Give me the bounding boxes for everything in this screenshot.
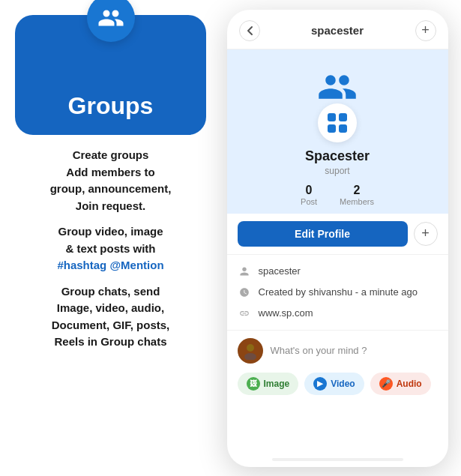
edit-profile-row: Edit Profile + — [227, 214, 448, 255]
profile-banner: Spacester suport 0 Post 2 Members — [227, 49, 448, 214]
edit-profile-button[interactable]: Edit Profile — [238, 221, 408, 247]
info-link-text: www.sp.com — [259, 307, 313, 319]
info-section: spacester Created by shivanshu - a minut… — [227, 255, 448, 331]
profile-name: Spacester — [305, 148, 370, 164]
link-icon — [238, 307, 251, 320]
info-created-text: Created by shivanshu - a minute ago — [259, 286, 418, 298]
video-action-chip[interactable]: ▶ Video — [304, 373, 364, 395]
audio-action-chip[interactable]: 🎤 Audio — [370, 373, 431, 395]
svg-point-1 — [244, 353, 256, 360]
audio-chip-label: Audio — [397, 379, 422, 389]
stat-posts-label: Post — [301, 197, 317, 206]
phone-mockup: spacester + Spacester suport 0 Post — [227, 10, 448, 467]
left-description: Create groupsAdd members togroup, announ… — [47, 135, 175, 360]
profile-stats: 0 Post 2 Members — [301, 184, 374, 206]
info-username-text: spacester — [259, 265, 301, 277]
info-row-username: spacester — [238, 261, 438, 282]
bottom-bar — [272, 458, 403, 461]
person-icon — [238, 265, 251, 278]
audio-chip-icon: 🎤 — [379, 377, 393, 391]
post-actions: 🖼 Image ▶ Video 🎤 Audio — [238, 373, 438, 395]
post-placeholder-text[interactable]: What's on your mind ? — [271, 345, 367, 356]
phone-header: spacester + — [227, 10, 448, 49]
post-avatar — [238, 338, 263, 364]
groups-svg-icon — [97, 4, 124, 31]
groups-card: Groups — [15, 15, 206, 135]
info-row-link: www.sp.com — [238, 303, 438, 324]
svg-point-0 — [247, 344, 254, 352]
post-area: What's on your mind ? 🖼 Image ▶ Video 🎤 … — [227, 331, 448, 403]
avatar-icon — [241, 342, 259, 360]
post-input-row: What's on your mind ? — [238, 338, 438, 364]
profile-avatar — [318, 103, 357, 142]
profile-groups-svg — [315, 67, 360, 107]
phone-title: spacester — [311, 24, 364, 37]
groups-icon — [87, 0, 135, 42]
header-plus-button[interactable]: + — [415, 20, 436, 41]
stat-members-label: Members — [340, 197, 374, 206]
desc-paragraph-2: Group video, image& text posts with#hash… — [50, 223, 172, 274]
image-chip-icon: 🖼 — [247, 377, 260, 391]
clock-icon — [238, 286, 251, 299]
video-chip-icon: ▶ — [313, 377, 327, 391]
stat-posts-number: 0 — [306, 184, 313, 197]
grid-icon — [328, 113, 347, 133]
desc-paragraph-1: Create groupsAdd members togroup, announ… — [50, 147, 172, 214]
stat-members-number: 2 — [354, 184, 361, 197]
image-action-chip[interactable]: 🖼 Image — [238, 373, 299, 395]
image-chip-label: Image — [264, 379, 290, 389]
info-row-created: Created by shivanshu - a minute ago — [238, 282, 438, 303]
stat-posts: 0 Post — [301, 184, 317, 206]
video-chip-label: Video — [331, 379, 355, 389]
groups-title: Groups — [68, 92, 154, 120]
stat-members: 2 Members — [340, 184, 374, 206]
profile-group-icon — [311, 64, 364, 109]
desc-paragraph-3: Group chats, sendImage, video, audio,Doc… — [50, 283, 172, 351]
hashtag-mention: #hashtag @Mention — [57, 259, 163, 271]
back-icon — [246, 25, 253, 36]
back-button[interactable] — [239, 20, 260, 41]
right-panel: spacester + Spacester suport 0 Post — [221, 0, 461, 476]
left-panel: Groups Create groupsAdd members togroup,… — [0, 0, 221, 476]
profile-username: suport — [325, 166, 349, 176]
edit-plus-button[interactable]: + — [414, 222, 438, 246]
